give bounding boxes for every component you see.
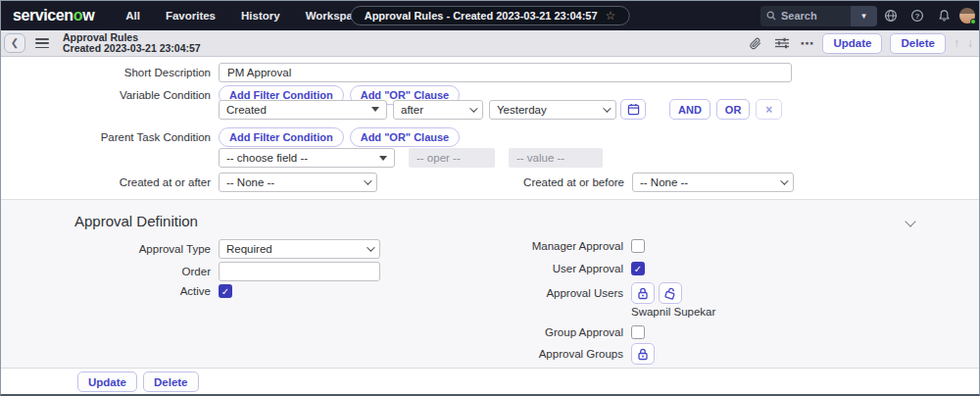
nav-item-favorites[interactable]: Favorites xyxy=(166,10,216,22)
approval-definition-section: Approval Definition Approval Type Requir… xyxy=(1,199,979,368)
condition-field-value: Created xyxy=(226,104,267,116)
next-record-icon[interactable]: ↓ xyxy=(967,36,973,50)
active-label: Active xyxy=(1,285,219,297)
approval-users-lock-button[interactable] xyxy=(631,282,655,304)
order-row: Order xyxy=(1,262,380,281)
condition-operator-select[interactable]: after xyxy=(393,100,483,120)
logo-text: servicen xyxy=(13,7,74,24)
top-nav: servicenow All Favorites History Workspa… xyxy=(1,1,979,30)
created-at-or-before-label: Created at or before xyxy=(377,176,632,188)
form-footer: Update Delete xyxy=(1,368,979,395)
group-approval-row: Group Approval xyxy=(408,325,645,339)
section-title: Approval Definition xyxy=(74,213,198,229)
short-description-input[interactable] xyxy=(219,63,792,82)
approval-users-unlock-button[interactable] xyxy=(659,282,682,304)
calendar-picker-button[interactable] xyxy=(620,99,646,120)
chevron-down-icon xyxy=(469,104,477,112)
globe-icon[interactable] xyxy=(878,3,904,28)
approval-users-row: Approval Users xyxy=(408,282,686,304)
short-description-label: Short Description xyxy=(1,67,219,78)
variable-condition-builder-row: Created after Yesterday AND OR × xyxy=(1,99,782,120)
approval-type-value: Required xyxy=(226,243,272,255)
chevron-down-icon xyxy=(780,176,788,184)
approval-groups-label: Approval Groups xyxy=(408,348,631,360)
form-context-menu-icon[interactable] xyxy=(35,38,49,48)
condition-value-select[interactable]: Yesterday xyxy=(489,100,616,120)
approval-users-value[interactable]: Swapnil Supekar xyxy=(631,306,715,318)
servicenow-logo[interactable]: servicenow xyxy=(13,7,94,25)
back-button[interactable]: ❮ xyxy=(4,33,25,53)
chevron-down-icon xyxy=(364,176,371,184)
personalize-sliders-icon[interactable] xyxy=(772,33,792,53)
help-icon[interactable]: ? xyxy=(905,3,930,28)
value-placeholder: -- value -- xyxy=(516,152,564,164)
manager-approval-checkbox[interactable] xyxy=(631,239,645,253)
created-at-row: Created at or after -- None -- Created a… xyxy=(1,173,794,192)
delete-button-footer[interactable]: Delete xyxy=(143,371,199,392)
update-button-footer[interactable]: Update xyxy=(77,371,137,392)
delete-button-toolbar[interactable]: Delete xyxy=(890,33,946,54)
toolbar-actions: ⋯ Update Delete ↑ ↓ xyxy=(745,33,973,54)
or-condition-button[interactable]: OR xyxy=(716,99,751,120)
previous-record-icon[interactable]: ↑ xyxy=(954,36,959,50)
calendar-icon xyxy=(627,103,640,116)
update-button-toolbar[interactable]: Update xyxy=(822,33,882,54)
presence-status-dot xyxy=(970,19,976,25)
nav-item-history[interactable]: History xyxy=(241,10,280,22)
condition-field-select[interactable]: Created xyxy=(219,100,387,120)
search-input[interactable] xyxy=(781,10,840,22)
nav-item-all[interactable]: All xyxy=(125,10,140,22)
manager-approval-row: Manager Approval xyxy=(408,239,645,253)
condition-operator-value: after xyxy=(401,104,423,116)
oper-placeholder: -- oper -- xyxy=(416,152,461,164)
group-approval-label: Group Approval xyxy=(408,326,631,338)
oper-disabled-box: -- oper -- xyxy=(409,148,495,168)
created-at-or-before-select[interactable]: -- None -- xyxy=(632,173,794,192)
record-subtitle: Created 2023-03-21 23:04:57 xyxy=(63,43,201,55)
choose-field-value: -- choose field -- xyxy=(226,152,308,164)
approval-groups-lock-button[interactable] xyxy=(631,343,655,365)
order-input[interactable] xyxy=(219,262,380,281)
active-row: Active ✓ xyxy=(1,284,232,298)
caret-down-icon xyxy=(371,107,379,112)
remove-condition-button[interactable]: × xyxy=(756,99,782,120)
user-avatar[interactable] xyxy=(959,8,975,24)
context-pill-label: Approval Rules - Created 2023-03-21 23:0… xyxy=(365,10,598,22)
nav-right: ▾ ? xyxy=(760,1,979,30)
condition-value-text: Yesterday xyxy=(497,104,547,116)
active-checkbox[interactable]: ✓ xyxy=(219,284,232,298)
user-approval-label: User Approval xyxy=(408,263,631,274)
logo-text-end: w xyxy=(82,7,94,24)
order-label: Order xyxy=(1,266,219,277)
manager-approval-label: Manager Approval xyxy=(408,240,631,252)
attachment-paperclip-icon[interactable] xyxy=(745,33,764,53)
approval-type-select[interactable]: Required xyxy=(219,239,380,259)
unlock-icon xyxy=(662,285,678,301)
search-scope-dropdown[interactable]: ▾ xyxy=(851,6,877,26)
approval-groups-row: Approval Groups xyxy=(408,343,659,365)
parent-add-filter-button[interactable]: Add Filter Condition xyxy=(219,127,344,147)
created-at-or-after-select[interactable]: -- None -- xyxy=(219,173,377,192)
parent-add-or-button[interactable]: Add "OR" Clause xyxy=(350,127,461,147)
choose-field-select[interactable]: -- choose field -- xyxy=(219,148,395,168)
lock-icon xyxy=(637,287,649,300)
collapse-section-icon[interactable] xyxy=(905,216,915,226)
group-approval-checkbox[interactable] xyxy=(631,325,645,339)
and-condition-button[interactable]: AND xyxy=(669,99,710,120)
search-box[interactable] xyxy=(760,6,851,26)
record-toolbar: ❮ Approval Rules Created 2023-03-21 23:0… xyxy=(1,30,979,57)
more-options-icon[interactable]: ⋯ xyxy=(800,35,814,51)
created-at-or-after-value: -- None -- xyxy=(226,176,274,188)
caret-down-icon xyxy=(379,156,387,161)
short-description-row: Short Description xyxy=(1,63,792,82)
favorite-star-icon[interactable]: ☆ xyxy=(606,9,616,23)
record-title-block: Approval Rules Created 2023-03-21 23:04:… xyxy=(63,32,201,55)
svg-text:?: ? xyxy=(915,12,920,21)
approval-users-value-row: Swapnil Supekar xyxy=(408,306,715,318)
user-approval-checkbox[interactable]: ✓ xyxy=(631,262,645,275)
search-icon xyxy=(766,11,776,21)
notifications-bell-icon[interactable] xyxy=(931,3,956,28)
user-approval-row: User Approval ✓ xyxy=(408,262,645,275)
approval-type-label: Approval Type xyxy=(1,243,219,255)
context-pill[interactable]: Approval Rules - Created 2023-03-21 23:0… xyxy=(351,6,630,25)
